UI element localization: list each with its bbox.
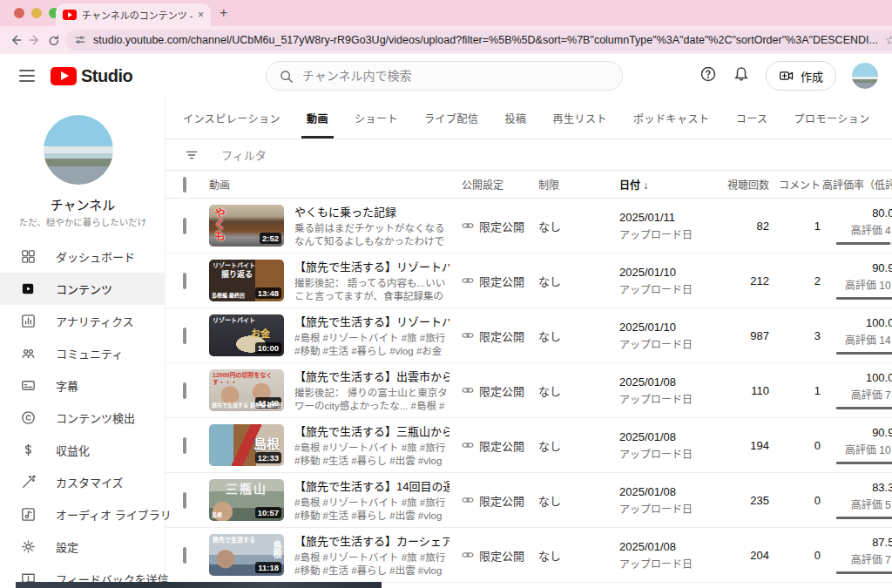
comments-cell: 0 [769,494,821,507]
hamburger-menu-icon[interactable] [19,70,35,82]
video-title[interactable]: 【旅先で生活する】14回目の運転で... [294,477,449,494]
youtube-studio-logo[interactable]: Studio [51,66,132,86]
row-checkbox[interactable] [183,328,186,344]
filter-bar[interactable]: フィルタ [166,139,892,171]
site-settings-icon[interactable] [74,34,86,46]
table-row[interactable]: 13:48 リゾートバイト振り返る島根編 最終回 【旅先で生活する】リゾートバイ… [166,253,892,308]
account-avatar[interactable] [852,63,878,89]
minimize-window-button[interactable] [31,8,42,18]
tab[interactable]: ライブ配信 [424,98,479,139]
column-header-video[interactable]: 動画 [209,177,462,192]
sidebar-item-settings[interactable]: 設定 [0,531,166,563]
tab[interactable]: コース [736,98,768,139]
forward-icon[interactable] [28,30,42,51]
like-rate-bar [836,352,892,355]
row-checkbox[interactable] [183,437,186,454]
sidebar-item-audio-library[interactable]: オーディオ ライブラリ [0,498,166,531]
table-row[interactable]: 11:18 旅先で生活する島根 【旅先で生活する】カーシェアで13... #島根… [166,528,892,583]
help-icon[interactable] [699,65,717,86]
video-duration-badge: 12:33 [255,452,281,463]
row-checkbox[interactable] [183,273,186,289]
channel-avatar[interactable] [44,115,113,185]
sidebar-item-customization[interactable]: カスタマイズ [0,466,166,498]
video-thumbnail[interactable]: 2:52 やくも [209,205,284,247]
video-thumbnail[interactable]: 13:48 リゾートバイト振り返る島根編 最終回 [209,260,284,301]
window-bottom-artifact [16,582,382,588]
video-title[interactable]: 【旅先で生活する】三瓶山からキララ... [294,422,449,439]
video-thumbnail[interactable]: 11:18 旅先で生活する島根 [209,534,284,576]
tab[interactable]: プロモーション [794,98,870,139]
tab[interactable]: ポッドキャスト [633,98,710,139]
content-tabs: インスピレーション動画ショートライブ配信投稿再生リストポッドキャストコースプロモ… [166,98,892,139]
video-thumbnail[interactable]: 12:33 島根 [209,424,284,466]
bookmark-star-icon[interactable]: ☆ [885,33,892,47]
dashboard-icon [19,248,37,266]
settings-icon [19,538,37,556]
video-thumbnail[interactable]: 10:00 リゾートバイトお金 [209,314,284,356]
tab[interactable]: ショート [355,98,398,139]
sidebar-item-community[interactable]: コミュニティ [0,337,166,369]
sidebar-item-subtitles[interactable]: 字幕 [0,369,166,402]
video-title[interactable]: 【旅先で生活する】リゾートバイトで... [294,313,449,329]
video-thumbnail[interactable]: 11:49 12000円の切符をなくす・・・旅先で生活する 島根編 最終回 [209,369,284,411]
close-tab-icon[interactable]: × [198,9,204,21]
address-bar[interactable]: studio.youtube.com/channel/UCbM6u_517yW8… [65,30,892,51]
tab[interactable]: 再生リスト [553,98,608,139]
select-all-checkbox[interactable] [183,177,186,193]
visibility-cell[interactable]: 限定公開 [462,328,538,344]
row-checkbox[interactable] [183,218,186,234]
tab[interactable]: 投稿 [505,98,527,139]
back-icon[interactable] [9,30,23,51]
sidebar-item-copyright[interactable]: コンテンツ検出 [0,402,166,434]
table-row[interactable]: 10:00 リゾートバイトお金 【旅先で生活する】リゾートバイトで... #島根… [166,308,892,363]
visibility-cell[interactable]: 限定公開 [462,492,538,509]
visibility-cell[interactable]: 限定公開 [462,437,538,454]
row-checkbox[interactable] [183,492,186,509]
browser-tab[interactable]: チャンネルのコンテンツ - YouTu × [56,3,211,26]
new-tab-button[interactable]: + [220,5,227,21]
visibility-cell[interactable]: 限定公開 [462,218,538,234]
column-header-date[interactable]: 日付 ↓ [619,177,715,192]
table-row[interactable]: 12:33 島根 【旅先で生活する】三瓶山からキララ... #島根 #リゾートバ… [166,418,892,473]
video-duration-badge: 10:57 [255,507,281,518]
like-rate-bar [836,297,892,300]
column-header-comments[interactable]: コメント [769,177,821,192]
sidebar-item-monetization[interactable]: 収益化 [0,434,166,466]
sidebar-item-dashboard[interactable]: ダッシュボード [0,240,166,273]
create-button[interactable]: 作成 [766,61,836,91]
views-cell: 110 [715,384,769,397]
sidebar-item-analytics[interactable]: アナリティクス [0,305,166,337]
video-thumbnail[interactable]: 10:57 三瓶山島根 [209,479,284,521]
table-row[interactable]: 2:52 やくも やくもに乗った記録 乗る前はまだチケットがなくなるなんて知るよ… [166,199,892,253]
video-title[interactable]: 【旅先で生活する】カーシェアで13... [294,532,449,549]
reload-icon[interactable] [47,30,60,51]
video-title[interactable]: やくもに乗った記録 [294,203,449,220]
restrictions-cell: なし [538,218,619,234]
video-title[interactable]: 【旅先で生活する】リゾートバイトin... [294,258,449,274]
column-header-restrictions[interactable]: 制限 [538,177,619,192]
table-row[interactable]: 11:49 12000円の切符をなくす・・・旅先で生活する 島根編 最終回 【旅… [166,363,892,418]
sidebar-item-content[interactable]: コンテンツ [0,273,166,305]
tab[interactable]: インスピレーション [183,98,280,139]
notifications-bell-icon[interactable] [733,65,750,86]
channel-search-bar[interactable] [266,61,623,91]
close-window-button[interactable] [14,8,24,18]
sidebar-item-label: コミュニティ [56,345,123,362]
like-rate-bar [836,242,892,245]
search-input[interactable] [302,69,610,83]
column-header-rating[interactable]: 高評価率（低評... [821,177,892,192]
url-text[interactable]: studio.youtube.com/channel/UCbM6u_517yW8… [93,34,878,46]
visibility-cell[interactable]: 限定公開 [462,273,538,289]
column-header-visibility[interactable]: 公開設定 [462,177,538,192]
upload-date: 2025/01/08 [619,540,715,553]
table-row[interactable]: 10:57 三瓶山島根 【旅先で生活する】14回目の運転で... #島根 #リゾ… [166,473,892,528]
tab[interactable]: 動画 [307,98,328,139]
row-checkbox[interactable] [183,547,186,564]
visibility-cell[interactable]: 限定公開 [462,547,538,564]
column-header-views[interactable]: 視聴回数 [715,177,769,192]
like-rate-percent: 90.9% [821,426,892,439]
row-checkbox[interactable] [183,382,186,399]
analytics-icon [19,313,37,330]
video-title[interactable]: 【旅先で生活する】出雲市からやくも... [294,368,449,384]
visibility-cell[interactable]: 限定公開 [462,382,538,399]
